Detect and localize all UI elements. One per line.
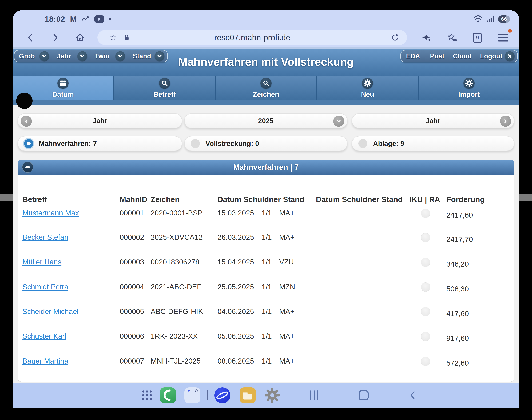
status-left-cluster: 18:02 M — [45, 15, 111, 24]
browser-menu-button[interactable] — [498, 34, 508, 42]
internet-browser-app-icon[interactable] — [214, 387, 230, 403]
nav-recents-button[interactable] — [310, 390, 318, 400]
radio-unselected-icon — [358, 139, 367, 148]
collapse-button[interactable] — [22, 162, 33, 173]
cell-zeichen: ABC-DEFG-HIK — [151, 306, 203, 317]
cell-stand: MA+ — [279, 356, 294, 367]
table-row: Scheider Michael 000005 ABC-DEFG-HIK 04.… — [18, 306, 514, 317]
cell-signal-icon — [487, 15, 494, 23]
app-drawer-button[interactable] — [142, 390, 152, 400]
mode-mahnverfahren[interactable]: Mahnverfahren: 7 — [17, 136, 182, 151]
year-prev-label: Jahr — [93, 117, 107, 125]
browser-forward-button[interactable] — [53, 33, 59, 42]
section-title: Mahnverfahren | 7 — [233, 163, 299, 171]
debtor-link[interactable]: Schuster Karl — [22, 331, 66, 342]
iku-ra-toggle[interactable] — [421, 233, 430, 242]
debtor-link[interactable]: Becker Stefan — [22, 232, 68, 243]
cell-mahnid: 000001 — [120, 208, 144, 219]
col-datum-schuldner-stand-1: Datum Schuldner Stand — [217, 195, 304, 204]
logout-label: Logout — [480, 52, 502, 60]
tab-switcher-button[interactable]: 9 — [473, 33, 482, 43]
phone-app-icon[interactable] — [160, 387, 176, 403]
cell-schuldner: 1/1 — [259, 256, 274, 268]
chevron-left-icon — [21, 116, 32, 127]
mode-vollstreckung-label: Vollstreckung: 0 — [206, 140, 259, 148]
logout-button[interactable]: Logout — [475, 50, 517, 62]
nav-back-button[interactable] — [410, 391, 416, 400]
cell-schuldner: 1/1 — [259, 356, 274, 367]
ai-sparkle-icon[interactable] — [422, 33, 432, 42]
eda-button[interactable]: EDA — [401, 50, 425, 62]
cloud-button[interactable]: Cloud — [449, 50, 475, 62]
browser-home-button[interactable] — [76, 33, 84, 42]
web-page: Grob Jahr Twin Stand — [13, 47, 519, 383]
secondary-app-icon[interactable] — [184, 387, 200, 403]
cell-schuldner: 1/1 — [259, 306, 274, 317]
tab-import[interactable]: Import — [419, 76, 519, 100]
debtor-link[interactable]: Scheider Michael — [22, 306, 79, 317]
tab-betreff[interactable]: Betreff — [114, 76, 215, 100]
browser-toolbar: ☆ reso07.mahn-profi.de — [13, 28, 519, 47]
tab-zeichen-label: Zeichen — [253, 90, 279, 98]
my-files-app-icon[interactable] — [240, 387, 256, 403]
cell-datum: 05.06.2025 — [217, 331, 254, 342]
iku-ra-toggle[interactable] — [421, 307, 430, 316]
notification-dot-icon — [109, 18, 111, 20]
wifi-icon — [473, 15, 483, 23]
address-bar[interactable]: ☆ reso07.mahn-profi.de — [97, 30, 407, 45]
cell-mahnid: 000006 — [120, 331, 144, 342]
reload-icon[interactable] — [391, 33, 399, 42]
cell-forderung: 2417,70 — [446, 234, 473, 245]
settings-gear-icon[interactable] — [265, 388, 280, 403]
cloud-label: Cloud — [453, 52, 472, 60]
debtor-link[interactable]: Mustermann Max — [22, 208, 79, 219]
post-button[interactable]: Post — [425, 50, 449, 62]
debtor-link[interactable]: Schmidt Petra — [22, 281, 68, 292]
debtor-link[interactable]: Bauer Martina — [22, 356, 68, 367]
cell-zeichen: 2021-ABC-DEF — [151, 281, 201, 292]
year-next-label: Jahr — [426, 117, 440, 125]
tab-import-label: Import — [458, 90, 480, 98]
gear-icon — [362, 78, 373, 89]
col-datum-schuldner-stand-2: Datum Schuldner Stand — [316, 195, 403, 204]
browser-back-button[interactable] — [27, 33, 33, 42]
nav-home-button[interactable] — [358, 390, 369, 400]
tab-zeichen[interactable]: Zeichen — [216, 76, 317, 100]
cell-stand: MA+ — [279, 232, 294, 243]
bookmarks-list-icon[interactable] — [448, 33, 457, 42]
mode-vollstreckung[interactable]: Vollstreckung: 0 — [184, 136, 347, 151]
year-current-value: 2025 — [258, 117, 274, 125]
debtor-link[interactable]: Müller Hans — [22, 256, 61, 268]
cell-mahnid: 000003 — [120, 256, 144, 268]
mode-mahnverfahren-label: Mahnverfahren: 7 — [39, 140, 97, 148]
screenshot-root: 18:02 M — [0, 0, 532, 420]
year-next-button[interactable]: Jahr — [352, 113, 514, 128]
tab-neu[interactable]: Neu — [317, 76, 419, 100]
tabbar-bottom-strip — [13, 100, 519, 105]
background-strip-right — [519, 194, 532, 201]
cell-stand: MA+ — [279, 208, 294, 219]
cell-forderung: 917,60 — [446, 333, 469, 344]
year-prev-button[interactable]: Jahr — [17, 113, 182, 128]
iku-ra-toggle[interactable] — [421, 357, 430, 366]
app-header: Grob Jahr Twin Stand — [13, 47, 519, 76]
cell-forderung: 417,60 — [446, 308, 469, 319]
table-row: Mustermann Max 000001 2020-0001-BSP 15.0… — [18, 208, 514, 219]
iku-ra-toggle[interactable] — [421, 332, 430, 341]
tab-count: 9 — [473, 33, 482, 43]
gmail-notification-icon: M — [70, 15, 77, 24]
url-text: reso07.mahn-profi.de — [97, 30, 407, 45]
cell-forderung: 572,60 — [446, 358, 469, 369]
cell-datum: 26.03.2025 — [217, 232, 254, 243]
chevron-right-icon — [500, 116, 511, 127]
iku-ra-toggle[interactable] — [421, 282, 430, 292]
iku-ra-toggle[interactable] — [421, 257, 430, 267]
mode-ablage[interactable]: Ablage: 9 — [352, 136, 514, 151]
iku-ra-toggle[interactable] — [421, 209, 430, 218]
year-current-select[interactable]: 2025 — [184, 113, 347, 128]
table-row: Bauer Martina 000007 MNH-TJL-2025 08.06.… — [18, 356, 514, 367]
dock-divider — [207, 390, 208, 400]
section-header: Mahnverfahren | 7 — [17, 160, 514, 175]
cell-zeichen: 002018306278 — [151, 256, 199, 268]
menu-notification-dot — [508, 29, 512, 33]
